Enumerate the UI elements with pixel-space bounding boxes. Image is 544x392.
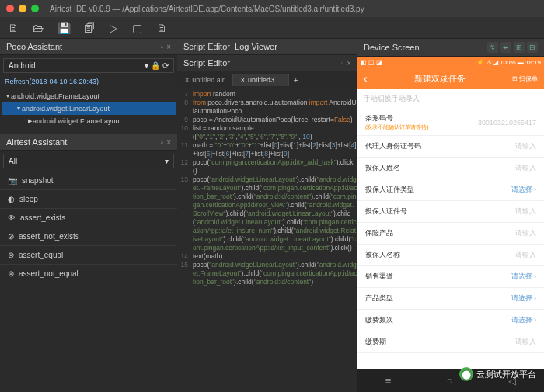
code-editor[interactable]: 7import random8from poco.drivers.android…	[177, 88, 357, 392]
form-row[interactable]: 缴费频次请选择 ›	[357, 310, 544, 331]
new-tab[interactable]: +	[289, 75, 303, 85]
back-button[interactable]: ‹	[364, 72, 368, 85]
device-screen[interactable]: ◧ ◫ ◪⚡ ⚠ ◢ 100% ▬ 18:19 ‹ 新建双录任务 ⊡ 扫保单 手…	[357, 57, 544, 392]
form-row[interactable]: 产品类型请选择 ›	[357, 288, 544, 310]
assist-snapshot[interactable]: 📷snapshot	[0, 172, 177, 190]
scan-button[interactable]: ⊡ 扫保单	[512, 75, 538, 83]
close-icon[interactable]: ×	[166, 138, 171, 147]
form-row[interactable]: 保险产品请输入	[357, 223, 544, 245]
form-row[interactable]: 投保人证件类型请选择 ›	[357, 179, 544, 201]
form-row[interactable]: 代理人身份证号码请输入	[357, 136, 544, 158]
nav-menu[interactable]: ≡	[385, 375, 392, 387]
assist-assert_equal[interactable]: ⊜assert_equal	[0, 246, 177, 265]
close-window[interactable]	[6, 5, 14, 12]
save-icon[interactable]: 💾	[54, 20, 74, 36]
tab[interactable]: ×untitled.air	[177, 74, 233, 86]
form-row[interactable]: 投保人姓名请输入	[357, 158, 544, 179]
assist-assert_not_equal[interactable]: ⊜assert_not_equal	[0, 265, 177, 283]
poco-mode-select[interactable]: Android▾ 🔒 ⟳	[3, 58, 174, 73]
titlebar: Airtest IDE v0.0.9 — /Applications/Airte…	[0, 0, 544, 17]
open-file-icon[interactable]: 🗁	[30, 20, 47, 36]
script-editor-label: Script Editor ▫×	[177, 55, 357, 71]
form-list[interactable]: 条形码号(双录不能确认订单请等待)300103210265417代理人身份证号码…	[357, 109, 544, 369]
watermark: ⬤ 云测试开放平台	[459, 367, 536, 381]
tree-item[interactable]: ▼android.widget.FrameLayout	[2, 90, 176, 102]
airtest-header: Airtest Assistant ▫×	[0, 134, 177, 151]
window-title: Airtest IDE v0.0.9 — /Applications/Airte…	[50, 5, 364, 13]
app-title: 新建双录任务	[414, 73, 466, 85]
maximize-window[interactable]	[31, 5, 39, 12]
poco-header: Poco Assistant ▫×	[0, 39, 177, 55]
close-icon[interactable]: ×	[166, 43, 171, 51]
assistant-list: 📷snapshot◐sleep👁assert_exists⊘assert_not…	[0, 172, 177, 283]
wechat-icon: ⬤	[459, 367, 473, 381]
float-icon[interactable]: ▫	[161, 43, 164, 51]
left-panel: Poco Assistant ▫× Android▾ 🔒 ⟳ Refresh(2…	[0, 39, 177, 392]
tab[interactable]: ×untitled3...	[233, 74, 289, 86]
device-tool-4[interactable]: ⊟	[527, 42, 538, 53]
form-row[interactable]: 被保人名称请输入	[357, 245, 544, 266]
device-tool-3[interactable]: ⊞	[514, 42, 525, 53]
right-panel: Device Screen ↯ ⬌ ⊞ ⊟ ◧ ◫ ◪⚡ ⚠ ◢ 100% ▬ …	[357, 39, 544, 392]
float-icon[interactable]: ▫	[161, 138, 164, 147]
hierarchy-tree[interactable]: ▼android.widget.FrameLayout▼android.widg…	[0, 87, 177, 130]
assist-sleep[interactable]: ◐sleep	[0, 190, 177, 209]
float-icon[interactable]: ▫	[341, 59, 344, 68]
toolbar: 🗎 🗁 💾 🗐 ▷ ▢ 🗎	[0, 17, 544, 39]
tree-item[interactable]: ▼android.widget.LinearLayout	[2, 102, 176, 115]
run-icon[interactable]: ▷	[106, 20, 121, 36]
assist-filter[interactable]: All▾	[3, 154, 174, 168]
new-file-icon[interactable]: 🗎	[5, 20, 22, 36]
device-tool-2[interactable]: ⬌	[500, 42, 511, 53]
status-bar: ◧ ◫ ◪⚡ ⚠ ◢ 100% ▬ 18:19	[357, 57, 544, 68]
close-icon[interactable]: ×	[347, 59, 351, 68]
stop-icon[interactable]: ▢	[129, 20, 145, 36]
minimize-window[interactable]	[19, 5, 26, 12]
form-row[interactable]: 缴费期请输入	[357, 331, 544, 353]
device-header: Device Screen ↯ ⬌ ⊞ ⊟	[357, 39, 544, 57]
assist-assert_not_exists[interactable]: ⊘assert_not_exists	[0, 227, 177, 246]
editor-header: Script Editor Log Viewer	[177, 39, 357, 55]
device-tool-1[interactable]: ↯	[487, 42, 498, 53]
form-row[interactable]: 投保人证件号请输入	[357, 201, 544, 223]
search-hint[interactable]: 手动切换手动录入	[357, 89, 544, 109]
app-header: ‹ 新建双录任务 ⊡ 扫保单	[357, 68, 544, 89]
form-row[interactable]: 销售渠道请选择 ›	[357, 266, 544, 288]
save-as-icon[interactable]: 🗐	[82, 20, 99, 36]
tree-item[interactable]: ▶android.widget.FrameLayout	[2, 115, 176, 127]
form-row[interactable]: 条形码号(双录不能确认订单请等待)300103210265417	[357, 109, 544, 136]
refresh-label[interactable]: Refresh(2018-04-10 16:20:43)	[0, 76, 177, 87]
assist-assert_exists[interactable]: 👁assert_exists	[0, 209, 177, 227]
center-panel: Script Editor Log Viewer Script Editor ▫…	[177, 39, 357, 392]
report-icon[interactable]: 🗎	[153, 20, 170, 36]
nav-home[interactable]: ○	[447, 375, 453, 387]
editor-tabs: ×untitled.air×untitled3...+	[177, 71, 357, 88]
